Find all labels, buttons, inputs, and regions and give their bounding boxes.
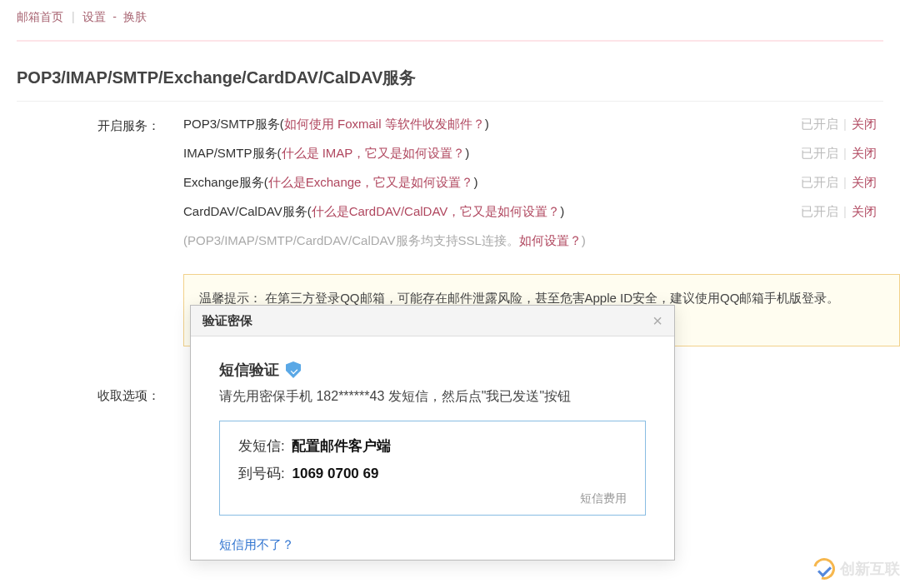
- service-actions: 已开启 | 关闭: [801, 204, 877, 220]
- service-help-link[interactable]: 什么是 IMAP，它又是如何设置？: [282, 146, 466, 162]
- nav-settings-link[interactable]: 设置: [82, 10, 106, 23]
- nav-separator: |: [72, 10, 75, 23]
- action-separator: |: [843, 146, 847, 160]
- sms-fee-link[interactable]: 短信费用: [238, 491, 627, 506]
- watermark-text: 创新互联: [840, 559, 900, 579]
- service-actions: 已开启 | 关闭: [801, 175, 877, 191]
- sms-to-label: 到号码:: [238, 466, 285, 481]
- service-actions: 已开启 | 关闭: [801, 146, 877, 162]
- sms-to-row: 到号码: 1069 0700 69: [238, 464, 627, 483]
- sms-instruction: 请先用密保手机 182******43 发短信，然后点"我已发送"按钮: [219, 388, 646, 406]
- divider: [17, 40, 883, 42]
- service-status: 已开启: [801, 175, 838, 191]
- sms-send-value: 配置邮件客户端: [292, 438, 391, 454]
- paren: ): [560, 204, 564, 218]
- shield-icon: [286, 361, 301, 378]
- sms-title-text: 短信验证: [219, 360, 279, 380]
- service-status: 已开启: [801, 146, 838, 162]
- service-close-link[interactable]: 关闭: [852, 117, 877, 132]
- tip-line1: 在第三方登录QQ邮箱，可能存在邮件泄露风险，甚至危害Apple ID安全，建议使…: [265, 291, 839, 305]
- service-name: CardDAV/CalDAV服务: [183, 204, 308, 220]
- service-row-pop3: POP3/SMTP服务 ( 如何使用 Foxmail 等软件收发邮件？ ) 已开…: [183, 117, 900, 132]
- sms-verify-title: 短信验证: [219, 360, 646, 380]
- paren: ): [485, 117, 489, 131]
- sms-help-link[interactable]: 短信用不了？: [219, 537, 294, 551]
- sms-send-row: 发短信: 配置邮件客户端: [238, 436, 627, 456]
- service-actions: 已开启 | 关闭: [801, 117, 877, 132]
- sms-help: 短信用不了？: [219, 537, 646, 560]
- sms-send-label: 发短信:: [238, 438, 285, 454]
- service-close-link[interactable]: 关闭: [852, 146, 877, 162]
- service-help-link[interactable]: 如何使用 Foxmail 等软件收发邮件？: [284, 117, 485, 132]
- sms-to-value: 1069 0700 69: [292, 466, 378, 481]
- watermark-icon: [813, 558, 835, 580]
- dialog-title: 验证密保: [202, 313, 252, 329]
- services-block: 开启服务： POP3/SMTP服务 ( 如何使用 Foxmail 等软件收发邮件…: [17, 117, 900, 262]
- action-separator: |: [843, 175, 847, 189]
- ssl-note: (POP3/IMAP/SMTP/CardDAV/CalDAV服务均支持SSL连接…: [183, 233, 900, 249]
- paren: ): [473, 175, 478, 189]
- dialog-body: 短信验证 请先用密保手机 182******43 发短信，然后点"我已发送"按钮…: [191, 336, 674, 560]
- action-separator: |: [843, 117, 847, 131]
- dialog-header: 验证密保 ×: [191, 306, 674, 336]
- sms-box: 发短信: 配置邮件客户端 到号码: 1069 0700 69 短信费用: [219, 421, 646, 516]
- watermark: 创新互联: [813, 558, 900, 580]
- verify-dialog: 验证密保 × 短信验证 请先用密保手机 182******43 发短信，然后点"…: [190, 305, 675, 561]
- service-status: 已开启: [801, 204, 838, 220]
- paren: ): [465, 146, 469, 160]
- service-row-imap: IMAP/SMTP服务 ( 什么是 IMAP，它又是如何设置？ ) 已开启 | …: [183, 146, 900, 162]
- services-content: POP3/SMTP服务 ( 如何使用 Foxmail 等软件收发邮件？ ) 已开…: [183, 117, 900, 262]
- nav-home-link[interactable]: 邮箱首页: [17, 10, 63, 23]
- service-name: IMAP/SMTP服务: [183, 146, 278, 162]
- service-name: Exchange服务: [183, 175, 264, 191]
- nav-skin-link[interactable]: 换肤: [123, 10, 147, 23]
- ssl-note-text: (POP3/IMAP/SMTP/CardDAV/CalDAV服务均支持SSL连接…: [183, 233, 519, 249]
- section-title: POP3/IMAP/SMTP/Exchange/CardDAV/CalDAV服务: [17, 67, 883, 102]
- service-name: POP3/SMTP服务: [183, 117, 280, 132]
- label-receive-options: 收取选项：: [17, 386, 183, 404]
- service-row-exchange: Exchange服务 ( 什么是Exchange，它又是如何设置？ ) 已开启 …: [183, 175, 900, 191]
- tip-label: 温馨提示：: [199, 291, 262, 305]
- service-status: 已开启: [801, 117, 838, 132]
- action-separator: |: [843, 204, 847, 218]
- ssl-note-end: ): [582, 233, 586, 247]
- top-nav: 邮箱首页 | 设置 - 换肤: [0, 0, 900, 35]
- service-close-link[interactable]: 关闭: [852, 204, 877, 220]
- nav-dash: -: [112, 10, 117, 23]
- service-close-link[interactable]: 关闭: [852, 175, 877, 191]
- service-row-carddav: CardDAV/CalDAV服务 ( 什么是CardDAV/CalDAV，它又是…: [183, 204, 900, 220]
- close-icon[interactable]: ×: [652, 312, 662, 329]
- label-open-services: 开启服务：: [17, 117, 183, 134]
- service-help-link[interactable]: 什么是CardDAV/CalDAV，它又是如何设置？: [312, 204, 561, 220]
- service-help-link[interactable]: 什么是Exchange，它又是如何设置？: [268, 175, 474, 191]
- ssl-help-link[interactable]: 如何设置？: [519, 233, 582, 249]
